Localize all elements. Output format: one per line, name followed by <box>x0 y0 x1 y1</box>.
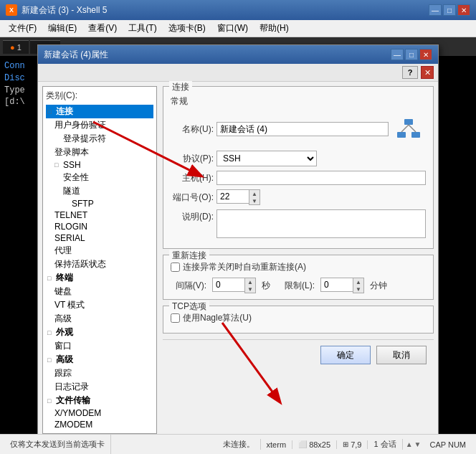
interval-unit: 秒 <box>262 280 270 292</box>
menu-view[interactable]: 查看(V) <box>82 21 123 36</box>
normal-label: 常规 <box>171 95 426 108</box>
tree-item-connection[interactable]: □ 连接 <box>46 105 153 118</box>
tcp-section: TCP选项 使用Nagle算法(U) <box>163 306 434 334</box>
minimize-button[interactable]: — <box>429 4 442 16</box>
tree-item-appearance[interactable]: □ 外观 <box>46 326 153 339</box>
port-input[interactable] <box>216 189 249 204</box>
reconnect-checkbox-row: 连接异常关闭时自动重新连接(A) <box>171 261 426 273</box>
properties-dialog: 新建会话 (4)属性 — □ ✕ ? ✕ 类别(C): □ 连接 用户身份验 <box>37 44 439 439</box>
tree-item-terminal[interactable]: □ 终端 <box>46 271 153 285</box>
tree-item-zmodem[interactable]: ZMODEM <box>46 419 153 430</box>
limit-spinbox: ▲ ▼ <box>320 278 364 293</box>
nav-arrows: ▲ ▼ <box>403 440 424 448</box>
expand-icon-advanced: □ <box>47 356 54 364</box>
help-button[interactable]: ? <box>402 66 418 79</box>
menu-edit[interactable]: 编辑(E) <box>42 21 82 36</box>
tree-item-advanced-terminal[interactable]: 高级 <box>46 312 153 326</box>
confirm-button[interactable]: 确定 <box>320 346 371 364</box>
tree-item-telnet[interactable]: TELNET <box>46 209 153 221</box>
port-spin-up[interactable]: ▲ <box>249 190 260 197</box>
reconnect-interval-row: 间隔(V): ▲ ▼ 秒 限制(L): <box>171 278 426 293</box>
desc-textarea[interactable] <box>216 209 426 238</box>
reconnect-checkbox[interactable] <box>171 263 180 272</box>
menu-help[interactable]: 帮助(H) <box>254 21 295 36</box>
content-panel: 连接 常规 名称(U): <box>163 86 434 434</box>
tree-item-security[interactable]: 安全性 <box>46 171 153 184</box>
status-right: 未连接。 xterm ⬜ 88x25 ⊞ 7,9 1 会话 ▲ ▼ CAP NU… <box>217 439 472 450</box>
svg-line-3 <box>401 125 409 132</box>
protocol-row: 协议(P): SSH TELNET RLOGIN SERIAL SFTP <box>171 151 426 166</box>
reconnect-checkbox-label: 连接异常关闭时自动重新连接(A) <box>183 261 306 273</box>
connection-section: 连接 常规 名称(U): <box>163 86 434 249</box>
reconnect-section-title: 重新连接 <box>169 250 209 262</box>
menu-tabs[interactable]: 选项卡(B) <box>163 21 211 36</box>
title-bar: X 新建会话 (3) - Xshell 5 — □ ✕ <box>0 0 476 20</box>
tree-item-login-prompt[interactable]: 登录提示符 <box>46 132 153 146</box>
arrow-down-icon[interactable]: ▼ <box>414 440 422 448</box>
interval-spinbox: ▲ ▼ <box>212 278 256 293</box>
app-icon: X <box>6 4 17 16</box>
svg-line-4 <box>409 125 416 132</box>
tree-item-vt-mode[interactable]: VT 模式 <box>46 298 153 312</box>
tree-item-xymodem[interactable]: X/YMODEM <box>46 407 153 419</box>
tree-item-keyboard[interactable]: 键盘 <box>46 285 153 298</box>
tree-item-ssh[interactable]: □ SSH <box>46 159 153 171</box>
host-input[interactable] <box>216 171 426 185</box>
tree-item-logging[interactable]: 日志记录 <box>46 380 153 394</box>
dialog-footer: 确定 取消 <box>163 339 434 370</box>
interval-input[interactable] <box>212 278 244 292</box>
name-row: 名称(U): <box>171 112 426 146</box>
interval-spin-down[interactable]: ▼ <box>245 285 255 293</box>
nagle-checkbox[interactable] <box>171 313 180 323</box>
limit-unit: 分钟 <box>370 280 387 292</box>
tree-item-tunnel[interactable]: 隧道 <box>46 184 153 198</box>
tree-item-login-script[interactable]: 登录脚本 <box>46 146 153 159</box>
svg-rect-1 <box>411 132 420 138</box>
tree-item-advanced[interactable]: □ 高级 <box>46 353 153 366</box>
name-input[interactable] <box>216 122 389 136</box>
tree-item-window[interactable]: 窗口 <box>46 339 153 353</box>
menu-window[interactable]: 窗口(W) <box>211 21 254 36</box>
tree-item-keepalive[interactable]: 保持活跃状态 <box>46 257 153 271</box>
tree-item-serial[interactable]: SERIAL <box>46 232 153 244</box>
nagle-checkbox-label: 使用Nagle算法(U) <box>183 312 252 324</box>
port-row: 端口号(O): ▲ ▼ <box>171 189 426 205</box>
tree-item-trace[interactable]: 跟踪 <box>46 366 153 380</box>
dialog-close-button[interactable]: ✕ <box>419 49 432 60</box>
cancel-button[interactable]: 取消 <box>376 346 427 364</box>
dialog-title-text: 新建会话 (4)属性 <box>44 49 391 61</box>
dialog-title-buttons: — □ ✕ <box>391 49 432 60</box>
spinbox-arrows: ▲ ▼ <box>249 189 260 205</box>
host-row: 主机(H): <box>171 171 426 185</box>
limit-input[interactable] <box>320 278 353 292</box>
dialog-maximize-button[interactable]: □ <box>405 49 418 60</box>
interval-spin-up[interactable]: ▲ <box>245 278 255 285</box>
tree-item-rlogin[interactable]: RLOGIN <box>46 221 153 232</box>
arrow-up-icon[interactable]: ▲ <box>406 440 413 448</box>
host-label: 主机(H): <box>171 172 214 184</box>
menu-tools[interactable]: 工具(T) <box>123 21 162 36</box>
limit-spin-up[interactable]: ▲ <box>353 278 363 285</box>
dialog-close-small-button[interactable]: ✕ <box>421 66 434 79</box>
svg-rect-2 <box>404 119 413 125</box>
tcp-checkbox-row: 使用Nagle算法(U) <box>171 312 426 324</box>
network-icon <box>391 112 426 146</box>
close-button[interactable]: ✕ <box>457 4 470 16</box>
maximize-button[interactable]: □ <box>443 4 456 16</box>
svg-rect-0 <box>397 132 406 138</box>
term-type: xterm <box>261 440 293 449</box>
menu-file[interactable]: 文件(F) <box>3 21 42 36</box>
protocol-select[interactable]: SSH TELNET RLOGIN SERIAL SFTP <box>216 151 317 166</box>
tree-item-filetransfer[interactable]: □ 文件传输 <box>46 394 153 407</box>
tree-item-sftp[interactable]: SFTP <box>46 198 153 209</box>
limit-spin-down[interactable]: ▼ <box>353 285 363 293</box>
dialog-minimize-button[interactable]: — <box>391 49 404 60</box>
port-label: 端口号(O): <box>171 191 214 204</box>
tcp-section-title: TCP选项 <box>169 301 209 313</box>
connection-status: 未连接。 <box>217 439 261 450</box>
expand-icon-filetransfer: □ <box>47 397 54 405</box>
port-spin-down[interactable]: ▼ <box>249 197 260 204</box>
tree-item-auth[interactable]: 用户身份验证 <box>46 118 153 132</box>
tree-item-proxy[interactable]: 代理 <box>46 244 153 257</box>
port-spinbox: ▲ ▼ <box>216 189 260 205</box>
